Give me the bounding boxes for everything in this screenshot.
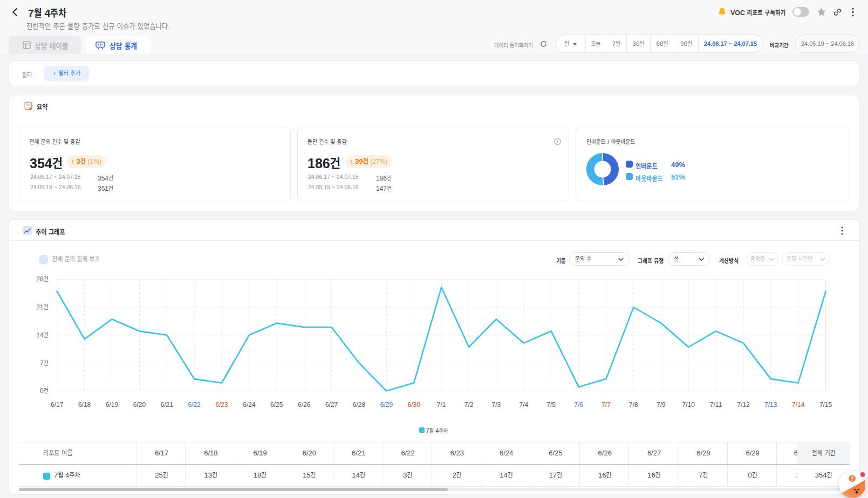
svg-text:6/27: 6/27 (325, 401, 338, 409)
svg-text:14건: 14건 (36, 331, 49, 339)
svg-text:7/1: 7/1 (437, 401, 446, 409)
svg-text:7/6: 7/6 (574, 401, 583, 409)
svg-text:7/8: 7/8 (629, 401, 638, 409)
svg-text:6/24: 6/24 (243, 401, 256, 409)
svg-text:28건: 28건 (36, 275, 49, 283)
svg-text:6/20: 6/20 (133, 401, 146, 409)
svg-text:7/13: 7/13 (764, 401, 777, 409)
svg-text:0건: 0건 (40, 387, 49, 395)
svg-text:?: ? (851, 476, 854, 482)
svg-text:7/3: 7/3 (492, 401, 501, 409)
svg-text:7/5: 7/5 (546, 401, 556, 409)
svg-text:7/4: 7/4 (519, 401, 528, 409)
svg-text:6/25: 6/25 (270, 401, 283, 409)
svg-text:7/10: 7/10 (682, 401, 695, 409)
svg-text:7/12: 7/12 (737, 401, 750, 409)
svg-text:6/28: 6/28 (353, 401, 366, 409)
svg-text:6/26: 6/26 (298, 401, 311, 409)
svg-text:7/7: 7/7 (602, 401, 611, 409)
svg-text:6/19: 6/19 (106, 401, 119, 409)
svg-text:7건: 7건 (40, 359, 49, 367)
svg-text:6/22: 6/22 (188, 401, 201, 409)
svg-text:6/29: 6/29 (380, 401, 393, 409)
svg-text:6/30: 6/30 (408, 401, 421, 409)
svg-text:7/14: 7/14 (792, 401, 805, 409)
svg-text:7/15: 7/15 (819, 401, 832, 409)
svg-text:6/23: 6/23 (215, 401, 228, 409)
svg-text:6/21: 6/21 (161, 401, 174, 409)
svg-text:21건: 21건 (36, 303, 49, 311)
svg-text:7/9: 7/9 (657, 401, 666, 409)
svg-text:6/18: 6/18 (78, 401, 91, 409)
svg-text:7/2: 7/2 (464, 401, 474, 409)
svg-text:6/17: 6/17 (51, 401, 64, 409)
svg-text:7/11: 7/11 (710, 401, 722, 409)
